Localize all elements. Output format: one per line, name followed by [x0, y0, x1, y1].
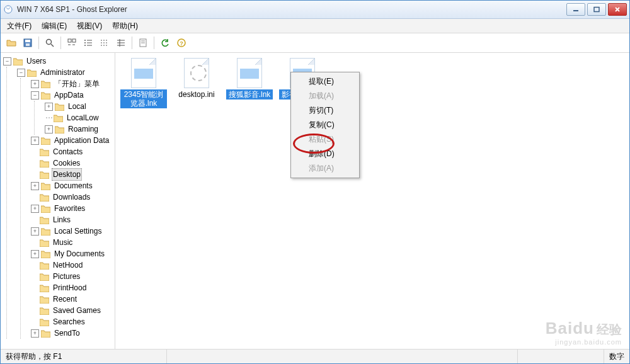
tree-label: Users — [25, 55, 47, 67]
tree-node-pictures[interactable]: Pictures — [31, 271, 115, 282]
view-list-icon[interactable] — [96, 35, 113, 51]
context-menu-paste: 粘贴(S) — [292, 132, 358, 147]
refresh-icon[interactable] — [157, 35, 173, 51]
tree-node-searches[interactable]: Searches — [31, 316, 115, 327]
app-window: WIN 7 X64 SP1 - Ghost Explorer 文件(F) 编辑(… — [0, 0, 630, 364]
view-details-icon[interactable] — [113, 35, 129, 51]
folder-icon — [40, 148, 49, 156]
folder-icon — [55, 103, 64, 111]
svg-rect-2 — [594, 8, 599, 12]
tree-node-users[interactable]: − Users — [3, 55, 115, 67]
tree-node-nethood[interactable]: NetHood — [31, 259, 115, 271]
tree-node-appdata[interactable]: −AppData — [31, 89, 115, 101]
file-name: 2345智能浏览器.lnk — [120, 89, 167, 108]
expand-icon[interactable]: + — [45, 125, 53, 134]
collapse-icon[interactable]: − — [31, 91, 39, 100]
tree-label: Searches — [52, 316, 86, 327]
status-numlock: 数字 — [604, 350, 629, 363]
tree-node-recent[interactable]: Recent — [31, 293, 115, 305]
toolbar: ? — [1, 33, 629, 53]
menu-file[interactable]: 文件(F) — [2, 19, 37, 33]
tree-node-downloads[interactable]: Downloads — [31, 191, 115, 203]
tree-pane[interactable]: − Users − Administrator — [1, 53, 115, 349]
tree-node-documents[interactable]: +Documents — [31, 180, 115, 191]
app-icon — [3, 4, 13, 14]
open-folder-icon[interactable] — [3, 35, 20, 51]
status-bar: 获得帮助，按 F1 数字 — [1, 350, 629, 363]
toolbar-separator — [60, 37, 61, 49]
tree-node-music[interactable]: Music — [31, 237, 115, 248]
tree-node-printhood[interactable]: PrintHood — [31, 282, 115, 293]
file-item-desktop-ini[interactable]: desktop.ini — [173, 58, 220, 100]
content-pane[interactable]: 2345智能浏览器.lnk desktop.ini 搜狐影音.lnk 影视大全.… — [115, 53, 629, 349]
tree-label: Downloads — [52, 191, 91, 203]
file-item-2345-browser[interactable]: 2345智能浏览器.lnk — [120, 58, 167, 108]
tree-node-roaming[interactable]: +Roaming — [45, 123, 115, 135]
tree-label: PrintHood — [52, 282, 88, 293]
search-icon[interactable] — [42, 35, 58, 51]
menu-edit[interactable]: 编辑(E) — [37, 19, 72, 33]
context-menu-copy[interactable]: 复制(C) — [292, 118, 358, 132]
context-menu-extract[interactable]: 提取(E) — [292, 74, 358, 89]
save-icon[interactable] — [20, 35, 36, 51]
maximize-button[interactable] — [587, 3, 606, 16]
expand-icon[interactable]: + — [31, 205, 39, 213]
tree-node-start-menu[interactable]: +「开始」菜单 — [31, 78, 115, 89]
help-icon[interactable]: ? — [173, 35, 190, 51]
tree-node-local-settings[interactable]: +Local Settings — [31, 225, 115, 237]
folder-icon — [41, 227, 50, 236]
tree-node-favorites[interactable]: +Favorites — [31, 203, 115, 214]
folder-icon — [40, 318, 49, 326]
collapse-icon[interactable]: − — [17, 69, 25, 77]
tree-node-sendto[interactable]: +SendTo — [31, 327, 115, 339]
minimize-button[interactable] — [566, 3, 585, 16]
title-bar[interactable]: WIN 7 X64 SP1 - Ghost Explorer — [1, 1, 629, 19]
svg-point-18 — [84, 45, 86, 46]
folder-icon — [41, 329, 50, 338]
toolbar-separator — [132, 37, 132, 49]
file-item-sohu[interactable]: 搜狐影音.lnk — [226, 58, 273, 100]
view-large-icon[interactable] — [64, 35, 80, 51]
expand-icon[interactable]: + — [31, 80, 39, 88]
window-controls — [566, 3, 627, 16]
tree-node-links[interactable]: Links — [31, 214, 115, 225]
tree-node-local[interactable]: +Local — [45, 101, 115, 112]
menu-view[interactable]: 视图(V) — [72, 19, 107, 33]
tree-label: Administrator — [39, 67, 86, 78]
folder-icon — [40, 273, 49, 281]
file-icon — [234, 58, 265, 88]
tree-node-administrator[interactable]: − Administrator — [17, 67, 115, 78]
tree-node-cookies[interactable]: Cookies — [31, 157, 115, 169]
close-button[interactable] — [608, 3, 627, 16]
tree-label: LocalLow — [66, 112, 100, 123]
tree-node-my-documents[interactable]: +My Documents — [31, 248, 115, 259]
expand-icon[interactable]: + — [31, 329, 39, 338]
tree-label: Contacts — [52, 146, 84, 157]
folder-icon — [54, 114, 63, 122]
tree-node-contacts[interactable]: Contacts — [31, 146, 115, 157]
context-menu[interactable]: 提取(E) 加载(A) 剪切(T) 复制(C) 粘贴(S) 删除(D) 添加(A… — [290, 72, 360, 178]
expand-icon[interactable]: + — [31, 227, 39, 236]
tree-label: Application Data — [53, 135, 110, 146]
tree-label: Roaming — [67, 123, 100, 135]
context-menu-delete[interactable]: 删除(D) — [292, 147, 358, 161]
tree-node-desktop[interactable]: Desktop — [31, 169, 115, 180]
expand-icon[interactable]: + — [31, 182, 39, 190]
expand-icon[interactable]: + — [31, 250, 39, 258]
folder-tree[interactable]: − Users − Administrator — [3, 55, 115, 339]
folder-icon — [41, 205, 50, 213]
context-menu-cut[interactable]: 剪切(T) — [292, 103, 358, 118]
folder-icon — [40, 159, 49, 168]
tree-node-locallow[interactable]: ⋯LocalLow — [45, 112, 115, 123]
expand-icon[interactable]: + — [45, 103, 53, 111]
tree-node-application-data[interactable]: +Application Data — [31, 135, 115, 146]
properties-icon[interactable] — [135, 35, 151, 51]
menu-help[interactable]: 帮助(H) — [107, 19, 143, 33]
tree-label: Links — [52, 214, 72, 225]
view-small-icon[interactable] — [80, 35, 96, 51]
collapse-icon[interactable]: − — [3, 57, 11, 65]
folder-icon — [40, 261, 49, 270]
tree-node-saved-games[interactable]: Saved Games — [31, 305, 115, 316]
expand-icon[interactable]: + — [31, 137, 39, 145]
svg-rect-11 — [72, 39, 76, 42]
